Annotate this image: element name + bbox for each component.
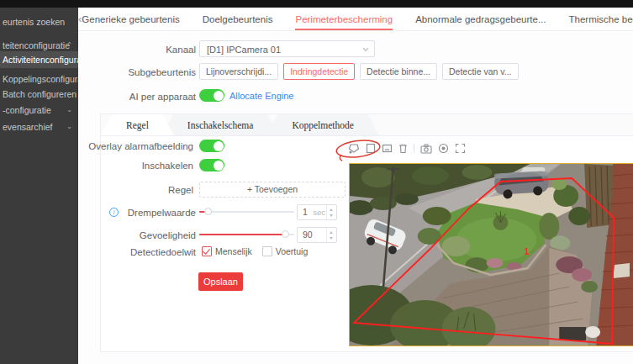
channel-select[interactable]: [D1] IPCamera 01 [199, 40, 375, 57]
spin-down-icon[interactable] [330, 214, 333, 217]
checkbox-human[interactable]: Menselijk [202, 246, 252, 256]
spin-down-icon[interactable] [330, 237, 333, 240]
zone-number-label: 1 [524, 246, 529, 256]
video-preview[interactable]: 1 [349, 163, 633, 346]
sidebar-item-data-archive[interactable]: evensarchief⌄ [0, 119, 78, 135]
detection-target-options: Menselijk Voertuig [202, 246, 308, 256]
tab-generic-event[interactable]: Generieke gebeurtenis [82, 8, 179, 30]
threshold-value: 1 [303, 205, 308, 219]
spin-up-icon[interactable] [330, 208, 333, 211]
rule-label: Regel [76, 185, 193, 195]
subevent-region-exit-button[interactable]: Detectie van v... [442, 63, 519, 80]
overlay-alarm-picture-label: Overlay alarmafbeelding [76, 141, 193, 151]
overlay-alarm-picture-toggle[interactable] [199, 140, 224, 152]
sidebar-item-activity-config[interactable]: Activiteitenconfiguratie [0, 51, 78, 68]
target-icon[interactable] [438, 143, 449, 154]
subevent-line-crossing-button[interactable]: Lijnoverschrijdi... [199, 63, 278, 80]
slider-handle[interactable] [204, 208, 212, 215]
threshold-unit: sec [313, 205, 325, 219]
video-toolbar [348, 142, 466, 155]
sensitivity-input[interactable]: 90 [297, 227, 337, 243]
tab-rule[interactable]: Regel [101, 114, 174, 135]
delete-icon[interactable] [398, 143, 408, 154]
slider-track [199, 211, 294, 213]
threshold-input[interactable]: 1 sec [297, 204, 337, 220]
capture-icon[interactable] [420, 144, 432, 154]
checkbox-icon[interactable] [202, 246, 212, 256]
sidebar-item-event-search[interactable]: eurtenis zoeken [0, 14, 78, 29]
sensitivity-value: 90 [303, 228, 313, 242]
channel-select-value: [D1] IPCamera 01 [207, 45, 281, 55]
checkbox-icon[interactable] [262, 246, 272, 256]
chevron-down-icon [362, 47, 369, 52]
sidebar-item-label: -configuratie [3, 105, 51, 115]
sensitivity-slider[interactable] [199, 230, 294, 239]
checkbox-vehicle[interactable]: Voertuig [262, 246, 309, 256]
sidebar-item-label: Batch configureren [3, 89, 76, 99]
sidebar-item-batch-config[interactable]: Batch configureren [0, 87, 78, 102]
sidebar-item-linkage-config[interactable]: Koppelingsconfiguratie [0, 71, 78, 87]
tab-abnormal-behavior[interactable]: Abnormale gedragsgebeurte... [415, 8, 546, 30]
spin-up-icon[interactable] [330, 231, 333, 234]
subevent-intrusion-button[interactable]: Indringdetectie [283, 63, 355, 80]
camera-scene: 1 [350, 164, 633, 346]
allocate-engine-link[interactable]: Allocate Engine [229, 91, 293, 101]
checkbox-label: Menselijk [215, 246, 252, 256]
ai-by-device-toggle[interactable] [199, 89, 224, 102]
enable-label: Inschakelen [76, 161, 193, 171]
subevent-buttons: Lijnoverschrijdi... Indringdetectie Dete… [199, 63, 519, 80]
sensitivity-label: Gevoeligheid [118, 230, 196, 240]
enable-toggle[interactable] [199, 159, 224, 171]
tab-perimeter-protection[interactable]: Perimeterbescherming [295, 8, 393, 30]
threshold-label: Drempelwaarde [118, 208, 196, 218]
sensitivity-spinner[interactable] [326, 228, 336, 242]
add-rule-button[interactable]: + Toevoegen [199, 182, 346, 198]
chevron-down-icon: ⌄ [66, 103, 72, 118]
toolbar-separator [414, 144, 414, 153]
sidebar: eurtenis zoeken teitenconfiguratie⌃ Acti… [0, 8, 78, 364]
threshold-spinner[interactable] [326, 205, 336, 219]
subevent-region-entrance-button[interactable]: Detectie binne... [360, 63, 437, 80]
save-button[interactable]: Opslaan [198, 272, 243, 291]
checkbox-label: Voertuig [276, 246, 309, 256]
event-tab-bar: ‹ Generieke gebeurtenis Doelgebeurtenis … [78, 8, 633, 31]
event-tabs: Generieke gebeurtenis Doelgebeurtenis Pe… [82, 8, 633, 30]
draw-polygon-icon[interactable] [348, 143, 360, 154]
ai-by-device-label: AI per apparaat [101, 92, 196, 102]
sidebar-item-configuration[interactable]: -configuratie⌄ [0, 103, 78, 118]
display-region-icon[interactable] [382, 143, 393, 154]
detection-target-label: Detectiedoelwit [101, 247, 196, 257]
slider-handle[interactable] [282, 230, 289, 238]
tab-target-event[interactable]: Doelgebeurtenis [203, 8, 273, 30]
sidebar-item-label: teitenconfiguratie [3, 40, 70, 50]
channel-label: Kanaal [101, 45, 196, 55]
rule-panel-tabstrip: Regel Inschakelschema Koppelmethode [101, 114, 633, 136]
draw-rectangle-icon[interactable] [366, 143, 376, 154]
tab-arming-schedule[interactable]: Inschakelschema [162, 114, 279, 135]
slider-fill [199, 234, 285, 235]
threshold-slider[interactable] [199, 208, 294, 216]
fullscreen-icon[interactable] [455, 143, 466, 154]
tab-linkage-method[interactable]: Koppelmethode [266, 114, 378, 135]
sidebar-item-label: eurtenis zoeken [3, 17, 65, 27]
sidebar-item-label: Activiteitenconfiguratie [3, 55, 78, 65]
subevent-label: Subgebeurtenis [101, 67, 196, 77]
sidebar-item-label: evensarchief [3, 122, 53, 132]
sidebar-item-label: Koppelingsconfiguratie [3, 74, 78, 84]
window-top-bar [0, 0, 633, 8]
tab-thermal-imaging[interactable]: Thermische beeldvormingsg... [569, 8, 633, 30]
chevron-down-icon: ⌄ [66, 119, 72, 135]
